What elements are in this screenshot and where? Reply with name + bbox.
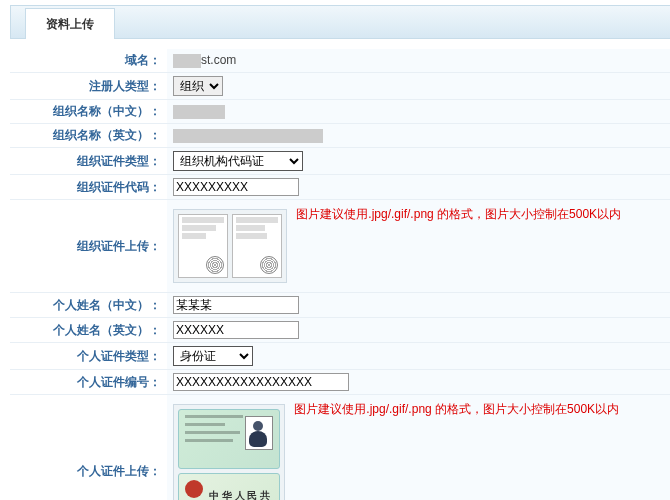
label-person-name-en: 个人姓名（英文）： [10, 318, 167, 343]
label-person-cert-upload: 个人证件上传： [10, 395, 167, 501]
domain-masked [173, 54, 201, 68]
org-name-cn-masked [173, 105, 225, 119]
label-org-cert-code: 组织证件代码： [10, 175, 167, 200]
org-cert-preview[interactable] [173, 209, 287, 283]
person-upload-hint: 图片建议使用.jpg/.gif/.png 的格式，图片大小控制在500K以内 [294, 402, 619, 416]
label-org-cert-upload: 组织证件上传： [10, 200, 167, 293]
id-back-line1: 中 华 人 民 共 和 国 [209, 490, 279, 500]
tab-upload[interactable]: 资料上传 [25, 8, 115, 39]
label-person-cert-type: 个人证件类型： [10, 343, 167, 370]
org-upload-hint: 图片建议使用.jpg/.gif/.png 的格式，图片大小控制在500K以内 [296, 207, 621, 221]
label-reg-type: 注册人类型： [10, 73, 167, 100]
tab-bar: 资料上传 [10, 5, 670, 39]
reg-type-select[interactable]: 组织 [173, 76, 223, 96]
person-cert-type-select[interactable]: 身份证 [173, 346, 253, 366]
label-person-name-cn: 个人姓名（中文）： [10, 293, 167, 318]
form-table: 域名： st.com 注册人类型： 组织 组织名称（中文）： 组织名称（英文）：… [10, 49, 670, 500]
domain-value: st.com [201, 53, 236, 67]
org-cert-page-1 [178, 214, 228, 278]
person-cert-preview[interactable]: 中 华 人 民 共 和 国 居 民 身 份 证 [173, 404, 285, 500]
label-org-cert-type: 组织证件类型： [10, 148, 167, 175]
label-org-name-en: 组织名称（英文）： [10, 124, 167, 148]
label-org-name-cn: 组织名称（中文）： [10, 100, 167, 124]
org-cert-page-2 [232, 214, 282, 278]
label-domain: 域名： [10, 49, 167, 73]
label-person-cert-no: 个人证件编号： [10, 370, 167, 395]
org-name-en-masked [173, 129, 323, 143]
person-cert-no-input[interactable] [173, 373, 349, 391]
id-front [178, 409, 280, 469]
org-cert-type-select[interactable]: 组织机构代码证 [173, 151, 303, 171]
id-back: 中 华 人 民 共 和 国 居 民 身 份 证 [178, 473, 280, 500]
person-name-cn-input[interactable] [173, 296, 299, 314]
org-cert-code-input[interactable] [173, 178, 299, 196]
person-name-en-input[interactable] [173, 321, 299, 339]
